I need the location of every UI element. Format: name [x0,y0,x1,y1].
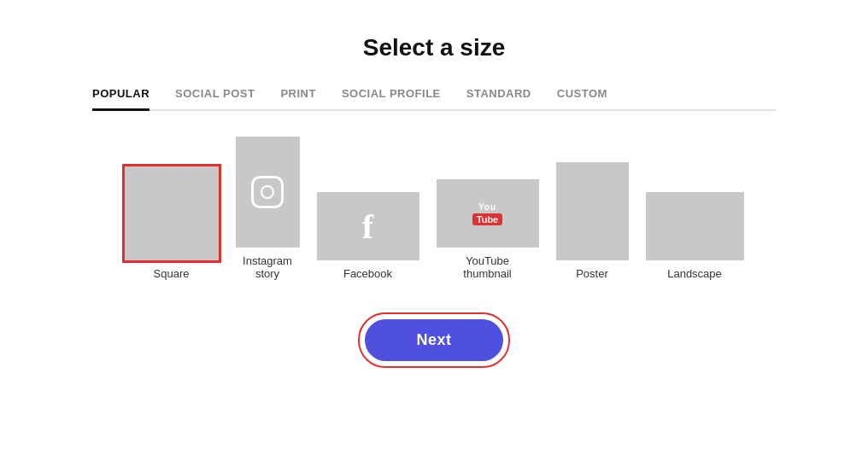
tab-print[interactable]: PRINT [280,87,316,111]
youtube-thumbnail: You Tube [437,179,539,248]
size-item-youtube[interactable]: You Tube YouTube thumbnail [437,179,539,280]
youtube-you-text: You [478,202,496,212]
tab-custom[interactable]: CUSTOM [557,87,607,111]
instagram-circle [261,185,274,199]
size-item-landscape[interactable]: Landscape [646,192,744,280]
tab-social-post[interactable]: SOCIAL POST [175,87,255,111]
tab-standard[interactable]: STANDARD [466,87,531,111]
poster-label: Poster [576,267,608,280]
poster-thumbnail [556,162,629,260]
instagram-thumbnail [236,137,300,248]
next-button[interactable]: Next [365,319,502,361]
instagram-icon [251,176,284,208]
tab-social-profile[interactable]: SOCIAL PROFILE [342,87,441,111]
landscape-thumbnail [646,192,744,260]
youtube-label: YouTube thumbnail [463,254,511,280]
facebook-thumbnail: f [317,192,419,260]
facebook-label: Facebook [343,267,392,280]
size-item-poster[interactable]: Poster [556,162,629,280]
page-title: Select a size [363,34,506,61]
tab-popular[interactable]: POPULAR [92,87,150,111]
facebook-icon: f [362,207,373,247]
square-label: Square [154,267,190,280]
tab-bar: POPULAR SOCIAL POST PRINT SOCIAL PROFILE… [92,87,776,111]
instagram-label: Instagram story [243,254,292,280]
size-item-square[interactable]: Square [125,166,219,280]
landscape-label: Landscape [667,267,722,280]
next-button-wrapper: Next [360,314,507,366]
square-thumbnail [125,166,219,260]
youtube-tube-badge: Tube [472,213,502,225]
size-item-facebook[interactable]: f Facebook [317,192,419,280]
size-item-instagram-story[interactable]: Instagram story [236,137,300,280]
size-grid: Square Instagram story f Facebook You Tu… [125,137,744,280]
